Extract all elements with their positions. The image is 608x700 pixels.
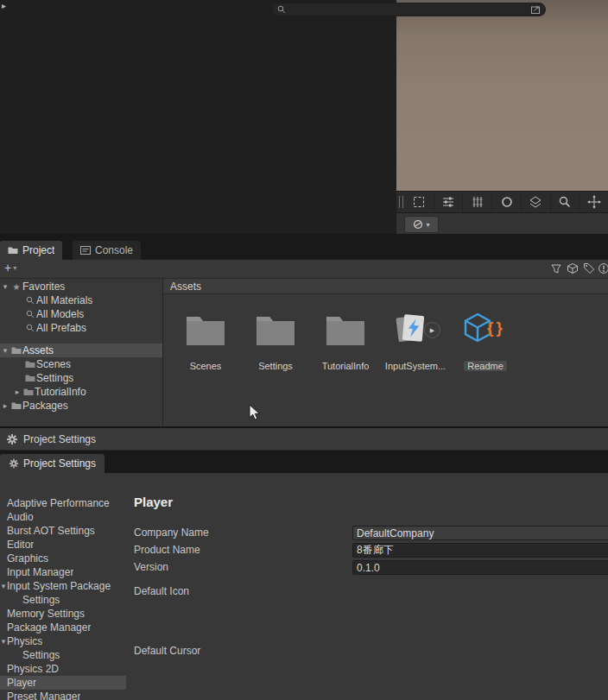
asset-item-readme[interactable]: {} Readme bbox=[455, 307, 516, 371]
category-physics[interactable]: ▾ Physics bbox=[0, 634, 126, 648]
category-label: Memory Settings bbox=[7, 608, 85, 620]
game-viewport[interactable] bbox=[396, 0, 608, 191]
asset-item-settings[interactable]: Settings bbox=[245, 307, 306, 371]
play-icon: ▶ bbox=[430, 327, 434, 334]
category-player[interactable]: Player bbox=[0, 676, 126, 690]
tree-all-prefabs[interactable]: All Prefabs bbox=[0, 321, 162, 335]
folder-icon bbox=[175, 307, 236, 359]
version-field[interactable] bbox=[352, 560, 608, 575]
category-editor[interactable]: Editor bbox=[0, 538, 126, 552]
tree-item-label: All Prefabs bbox=[36, 322, 86, 334]
layers-button[interactable] bbox=[521, 192, 550, 212]
tree-item-label: Scenes bbox=[36, 358, 71, 370]
caret-down-icon[interactable]: ▾ bbox=[0, 346, 10, 355]
project-settings-tabbar: Project Settings bbox=[0, 451, 608, 473]
category-graphics[interactable]: Graphics bbox=[0, 552, 126, 565]
tree-tutorialinfo[interactable]: ▸ TutorialInfo bbox=[0, 385, 162, 399]
move-button[interactable] bbox=[579, 192, 608, 212]
drag-handle-icon[interactable] bbox=[396, 192, 405, 212]
search-input[interactable] bbox=[289, 4, 527, 15]
category-preset-manager[interactable]: Preset Manager bbox=[0, 690, 126, 700]
tree-settings[interactable]: Settings bbox=[0, 371, 162, 385]
folder-icon bbox=[315, 307, 376, 359]
console-icon bbox=[80, 246, 91, 255]
package-visibility-button[interactable] bbox=[566, 262, 580, 274]
input-actions-icon: ▶ bbox=[385, 307, 446, 359]
gear-icon bbox=[9, 458, 19, 469]
search-icon bbox=[277, 5, 286, 14]
caret-down-icon[interactable]: ▾ bbox=[0, 282, 10, 291]
folder-icon bbox=[24, 374, 36, 382]
asset-label: InputSystem... bbox=[385, 361, 446, 371]
tree-favorites[interactable]: ▾ ★ Favorites bbox=[0, 280, 162, 293]
category-physics-2d[interactable]: Physics 2D bbox=[0, 662, 126, 676]
tab-console[interactable]: Console bbox=[73, 241, 141, 260]
gear-icon bbox=[6, 433, 18, 445]
tree-all-materials[interactable]: All Materials bbox=[0, 293, 162, 307]
tab-project[interactable]: Project bbox=[0, 241, 62, 260]
asset-item-inputsystem[interactable]: ▶ InputSystem... bbox=[385, 307, 446, 371]
category-package-manager[interactable]: Package Manager bbox=[0, 621, 126, 634]
caret-right-icon[interactable]: ▸ bbox=[0, 401, 10, 410]
pane-divider[interactable] bbox=[162, 279, 163, 427]
open-search-window-icon[interactable] bbox=[530, 4, 541, 15]
create-asset-dropdown[interactable]: + ▾ bbox=[4, 262, 16, 274]
version-label: Version bbox=[134, 560, 168, 575]
tree-item-label: TutorialInfo bbox=[35, 386, 86, 398]
tree-item-label: Settings bbox=[36, 372, 73, 384]
category-label: Player bbox=[7, 677, 36, 689]
category-physics-settings[interactable]: Settings bbox=[0, 648, 126, 662]
category-input-manager[interactable]: Input Manager bbox=[0, 565, 126, 579]
company-name-label: Company Name bbox=[134, 526, 209, 540]
rect-select-button[interactable] bbox=[405, 192, 434, 212]
default-icon-label: Default Icon bbox=[134, 584, 189, 599]
folder-icon bbox=[10, 346, 22, 355]
foldout-caret-icon[interactable]: ▸ bbox=[2, 1, 6, 10]
folder-icon bbox=[24, 360, 36, 369]
category-label: Input Manager bbox=[7, 566, 73, 578]
gizmos-dropdown[interactable]: ▾ bbox=[404, 216, 439, 233]
category-adaptive-performance[interactable]: Adaptive Performance bbox=[0, 496, 126, 510]
tab-project-settings[interactable]: Project Settings bbox=[0, 454, 104, 473]
folder-icon bbox=[8, 246, 18, 255]
zoom-button[interactable] bbox=[550, 192, 580, 212]
company-name-field[interactable] bbox=[352, 526, 608, 540]
category-input-system-settings[interactable]: Settings bbox=[0, 593, 126, 607]
caret-right-icon[interactable]: ▸ bbox=[12, 388, 22, 396]
tree-assets-label: Assets bbox=[22, 344, 54, 356]
sliders-button[interactable] bbox=[434, 192, 463, 212]
funnel-icon bbox=[550, 262, 562, 274]
product-name-field[interactable] bbox=[352, 543, 608, 558]
viewport-toolbar bbox=[396, 191, 608, 213]
asset-item-scenes[interactable]: Scenes bbox=[175, 307, 236, 371]
caret-down-icon[interactable]: ▾ bbox=[0, 637, 7, 646]
tree-item-label: All Models bbox=[36, 308, 84, 320]
category-label: Editor bbox=[7, 539, 34, 551]
filter-by-label-button[interactable] bbox=[582, 262, 596, 274]
scene-view-empty[interactable]: ▸ bbox=[0, 0, 396, 241]
tag-icon bbox=[583, 262, 595, 274]
category-label: Physics 2D bbox=[7, 663, 59, 675]
category-audio[interactable]: Audio bbox=[0, 510, 126, 524]
tree-assets-root[interactable]: ▾ Assets bbox=[0, 344, 162, 357]
folder-icon bbox=[245, 307, 306, 359]
category-label: Burst AOT Settings bbox=[7, 525, 95, 537]
asset-item-tutorialinfo[interactable]: TutorialInfo bbox=[315, 307, 376, 371]
tree-all-models[interactable]: All Models bbox=[0, 307, 162, 321]
sphere-button[interactable] bbox=[491, 192, 521, 212]
mouse-cursor bbox=[249, 404, 261, 421]
viewport-substrip: ▾ bbox=[396, 213, 608, 234]
caret-down-icon[interactable]: ▾ bbox=[0, 582, 7, 590]
category-memory-settings[interactable]: Memory Settings bbox=[0, 607, 126, 621]
project-settings-titlebar[interactable]: Project Settings bbox=[0, 428, 608, 451]
tree-scenes[interactable]: Scenes bbox=[0, 357, 162, 371]
category-label: Adaptive Performance bbox=[7, 497, 110, 509]
filter-by-type-button[interactable] bbox=[549, 262, 563, 274]
grid-button[interactable] bbox=[462, 192, 491, 212]
category-input-system-package[interactable]: ▾ Input System Package bbox=[0, 579, 126, 593]
project-search-field[interactable] bbox=[272, 3, 546, 16]
tree-packages-root[interactable]: ▸ Packages bbox=[0, 399, 162, 413]
folder-icon bbox=[22, 388, 35, 396]
alert-button[interactable] bbox=[597, 262, 608, 274]
category-burst-aot[interactable]: Burst AOT Settings bbox=[0, 524, 126, 538]
